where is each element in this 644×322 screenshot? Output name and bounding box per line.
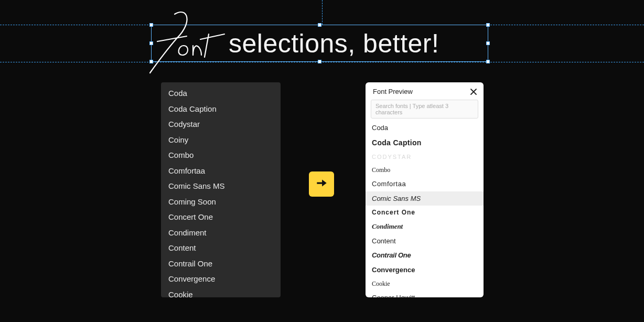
font-preview-item[interactable]: Coda xyxy=(366,121,484,135)
arrow-right-icon xyxy=(315,176,328,192)
font-list-item[interactable]: Combo xyxy=(161,147,281,163)
font-preview-item[interactable]: Condiment xyxy=(366,219,484,234)
font-preview-item[interactable]: CODYSTAR xyxy=(366,151,484,164)
font-preview-item[interactable]: Comic Sans MS xyxy=(366,191,484,206)
font-list-item[interactable]: Condiment xyxy=(161,225,281,241)
font-list-item[interactable]: Comfortaa xyxy=(161,163,281,179)
font-preview-item[interactable]: Concert One xyxy=(366,206,484,219)
font-list-item[interactable]: Concert One xyxy=(161,209,281,225)
font-list-item[interactable]: Convergence xyxy=(161,271,281,287)
font-list-item[interactable]: Coda xyxy=(161,85,281,101)
font-list-item[interactable]: Contrail One xyxy=(161,256,281,272)
hero-script-word xyxy=(146,9,235,79)
font-search-input[interactable]: Search fonts | Type atleast 3 characters xyxy=(371,100,478,119)
font-preview-item[interactable]: Cookie xyxy=(366,277,484,291)
font-preview-panel: Font Preview Search fonts | Type atleast… xyxy=(366,82,484,297)
arrow-transform-box xyxy=(309,171,334,197)
font-preview-list: CodaCoda CaptionCODYSTARComboComfortaaCo… xyxy=(366,121,484,297)
font-preview-item[interactable]: Coda Caption xyxy=(366,135,484,151)
close-icon[interactable] xyxy=(470,88,477,95)
alignment-guide-bottom xyxy=(0,62,644,62)
alignment-guide-center xyxy=(322,0,323,25)
font-list-item[interactable]: Content xyxy=(161,240,281,256)
font-list-panel-plain: Coda Coda Caption Codystar Coiny Combo C… xyxy=(161,82,281,297)
hero-text[interactable]: selections, better! xyxy=(151,25,488,62)
font-list-item[interactable]: Coming Soon xyxy=(161,194,281,210)
font-preview-item[interactable]: Content xyxy=(366,234,484,249)
font-preview-item[interactable]: Combo xyxy=(366,163,484,177)
font-list-item[interactable]: Comic Sans MS xyxy=(161,178,281,194)
font-preview-item[interactable]: Convergence xyxy=(366,263,484,277)
font-preview-title: Font Preview xyxy=(373,88,413,95)
font-preview-item[interactable]: Contrail One xyxy=(366,248,484,263)
font-list-item[interactable]: Coda Caption xyxy=(161,101,281,117)
hero-remainder-text: selections, better! xyxy=(229,25,439,62)
font-preview-item[interactable]: Comfortaa xyxy=(366,177,484,191)
font-list-item[interactable]: Coiny xyxy=(161,132,281,148)
font-list-item[interactable]: Cookie xyxy=(161,287,281,298)
font-preview-item[interactable]: Cooper Hewitt xyxy=(366,291,484,297)
font-list-item[interactable]: Codystar xyxy=(161,116,281,132)
